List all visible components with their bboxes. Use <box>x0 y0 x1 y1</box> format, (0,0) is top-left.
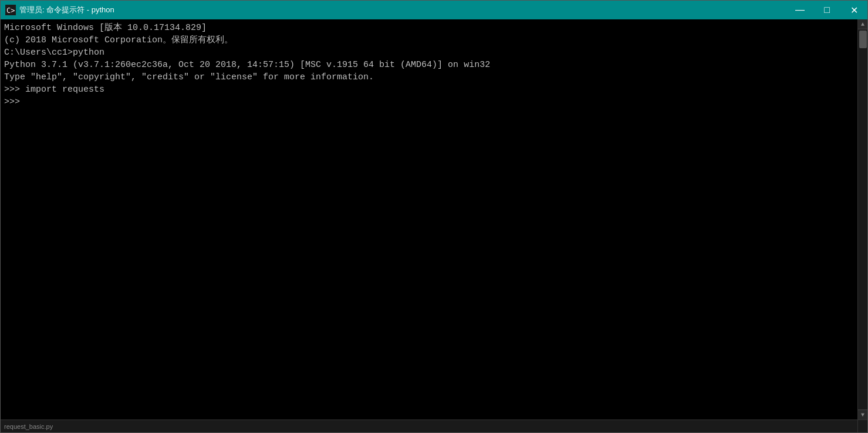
titlebar-icon: C> <box>5 5 16 15</box>
bottom-bar-text: request_basic.py <box>4 423 53 430</box>
terminal-line: C:\Users\cc1>python <box>4 46 854 59</box>
titlebar-title: 管理员: 命令提示符 - python <box>19 5 863 15</box>
terminal-line: Microsoft Windows [版本 10.0.17134.829] <box>4 22 854 34</box>
terminal-line: >>> import requests <box>4 83 854 96</box>
terminal-line: Python 3.7.1 (v3.7.1:260ec2c36a, Oct 20 … <box>4 59 854 71</box>
minimize-button[interactable]: — <box>786 1 813 19</box>
scrollbar-corner <box>857 419 867 432</box>
terminal-output[interactable]: Microsoft Windows [版本 10.0.17134.829] (c… <box>1 19 857 419</box>
vertical-scrollbar[interactable]: ▲ ▼ <box>857 19 867 419</box>
close-button[interactable]: ✕ <box>840 1 867 19</box>
content-area: Microsoft Windows [版本 10.0.17134.829] (c… <box>1 19 867 419</box>
cmd-window: C> 管理员: 命令提示符 - python — □ ✕ Microsoft W… <box>0 0 868 433</box>
terminal-line: Type "help", "copyright", "credits" or "… <box>4 71 854 83</box>
scroll-track[interactable] <box>858 29 867 409</box>
terminal-line: >>> <box>4 96 854 108</box>
scroll-down-button[interactable]: ▼ <box>858 409 868 419</box>
scroll-thumb[interactable] <box>859 31 867 48</box>
bottom-bar: request_basic.py <box>1 419 857 432</box>
titlebar-controls: — □ ✕ <box>786 1 867 19</box>
titlebar: C> 管理员: 命令提示符 - python — □ ✕ <box>1 1 867 19</box>
svg-text:C>: C> <box>6 6 15 15</box>
bottom-area: request_basic.py <box>1 419 867 432</box>
scroll-up-button[interactable]: ▲ <box>858 19 868 29</box>
terminal-line: (c) 2018 Microsoft Corporation。保留所有权利。 <box>4 34 854 46</box>
maximize-button[interactable]: □ <box>813 1 840 19</box>
